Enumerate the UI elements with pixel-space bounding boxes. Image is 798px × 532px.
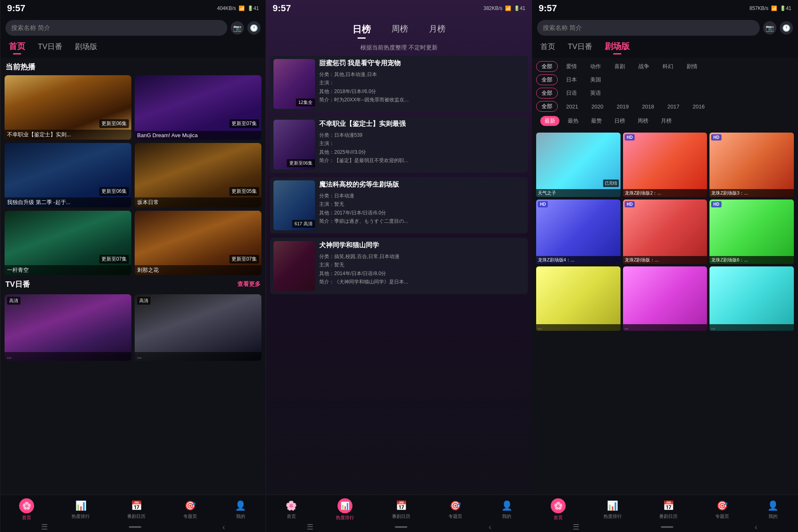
filter-2020[interactable]: 2020 — [586, 102, 608, 111]
anime-card-1[interactable]: 更新至06集 不幸职业【鉴定士】实则... — [5, 75, 131, 140]
filter-all-genre[interactable]: 全部 — [536, 61, 558, 72]
home-icon-2: 🌸 — [285, 500, 298, 512]
filter-comedy[interactable]: 喜剧 — [609, 62, 630, 71]
rank-tab-weekly[interactable]: 周榜 — [392, 23, 408, 37]
tab-theater-1[interactable]: 剧场版 — [75, 42, 97, 53]
filter-2019[interactable]: 2019 — [612, 102, 634, 111]
theater-card-9[interactable]: ... — [709, 266, 794, 331]
theater-card-1[interactable]: 已完结 天气之子 — [536, 133, 621, 197]
nav-home-2[interactable]: 🌸 首页 — [285, 500, 298, 520]
nav-forward-3[interactable]: ‹ — [755, 523, 757, 532]
nav-back-2[interactable]: ☰ — [307, 522, 313, 532]
nav-home-3[interactable]: 🌸 首页 — [551, 498, 566, 521]
nav-back-1[interactable]: ☰ — [41, 522, 48, 532]
filter-drama[interactable]: 剧情 — [682, 62, 702, 71]
status-time-2: 9:57 — [273, 3, 291, 14]
theater-card-6[interactable]: HD 龙珠Z剧场版6：... — [709, 200, 794, 264]
filter-all-year[interactable]: 全部 — [536, 101, 558, 112]
nav-calendar-2[interactable]: 📅 番剧日历 — [392, 500, 410, 520]
anime-card-4[interactable]: 更新至05集 坂本日常 — [135, 143, 261, 207]
theater-card-4[interactable]: HD 龙珠Z剧场版4：... — [536, 200, 621, 264]
filter-action[interactable]: 动作 — [585, 62, 606, 71]
bottom-line-3: ☰ ‹ — [532, 524, 798, 532]
filter-all-lang[interactable]: 全部 — [536, 88, 558, 99]
anime-card-label-6: 更新至07集 — [229, 255, 259, 264]
rank-item-1[interactable]: 12集全 甜蜜惩罚 我是看守专用宠物 分类：其他,日本动漫,日本 主演： 其他：… — [270, 56, 528, 112]
filter-war[interactable]: 战争 — [633, 62, 654, 71]
filter-2021[interactable]: 2021 — [561, 102, 583, 111]
bottom-line-2: ☰ ‹ — [266, 524, 532, 532]
camera-icon-1[interactable]: 📷 — [231, 21, 244, 34]
search-placeholder-1: 搜索名称 简介 — [11, 24, 50, 32]
tv-card-2[interactable]: 高清 ... — [135, 294, 261, 361]
sort-daily[interactable]: 日榜 — [610, 116, 629, 126]
filter-2017[interactable]: 2017 — [663, 102, 685, 111]
nav-topic-1[interactable]: 🎯 专题页 — [183, 500, 197, 520]
anime-card-6[interactable]: 更新至07集 剎那之花 — [135, 211, 261, 275]
rank-tab-monthly[interactable]: 月榜 — [429, 23, 446, 37]
rank-item-2[interactable]: 更新至06集 不幸职业【鉴定士】实则最强 分类：日本动漫539 主演： 其他：2… — [270, 116, 528, 173]
tv-row: 高清 ... 高清 ... — [5, 294, 261, 361]
theater-card-7[interactable]: ... — [536, 266, 621, 331]
tab-home-1[interactable]: 首页 — [9, 41, 25, 54]
search-input-wrap-3[interactable]: 搜索名称 简介 — [537, 20, 760, 36]
filter-2016[interactable]: 2016 — [688, 102, 710, 111]
nav-home-1[interactable]: 🌸 首页 — [19, 498, 34, 521]
nav-back-3[interactable]: ☰ — [573, 522, 579, 532]
see-more-tv[interactable]: 查看更多 — [237, 281, 261, 288]
tab-tv-3[interactable]: TV日番 — [568, 42, 592, 53]
nav-calendar-1[interactable]: 📅 番剧日历 — [127, 500, 145, 520]
theater-card-5[interactable]: HD 龙珠Z剧场版：... — [623, 200, 707, 264]
nav-forward-1[interactable]: ‹ — [222, 523, 225, 532]
filter-2018[interactable]: 2018 — [637, 102, 659, 111]
section-title-hot: 当前热播 — [0, 58, 266, 75]
theater-card-3[interactable]: HD 龙珠Z剧场版3：... — [709, 133, 794, 197]
nav-forward-2[interactable]: ‹ — [489, 523, 491, 532]
sort-hottest[interactable]: 最热 — [564, 116, 583, 126]
filter-scifi[interactable]: 科幻 — [658, 62, 678, 71]
rank-badge-3: 617 高清 — [292, 220, 315, 228]
sort-newest[interactable]: 最新 — [540, 116, 559, 126]
tv-badge-1: 高清 — [7, 297, 20, 305]
history-icon-3[interactable]: 🕐 — [780, 21, 793, 34]
tab-theater-3[interactable]: 剧场版 — [605, 41, 630, 54]
nav-ranking-1[interactable]: 📊 热度排行 — [71, 500, 90, 520]
tv-section: 高清 ... 高清 ... — [0, 293, 266, 362]
filter-japanese[interactable]: 日语 — [561, 88, 582, 98]
nav-home-label-2: 首页 — [287, 513, 296, 520]
nav-ranking-3[interactable]: 📊 热度排行 — [603, 500, 622, 520]
theater-card-2[interactable]: HD 龙珠Z剧场版2：... — [623, 133, 707, 197]
filter-usa[interactable]: 美国 — [585, 75, 606, 85]
anime-card-label-5: 更新至07集 — [99, 255, 129, 264]
filter-all-region[interactable]: 全部 — [536, 74, 558, 85]
camera-icon-3[interactable]: 📷 — [763, 21, 776, 34]
nav-mine-1[interactable]: 👤 我的 — [234, 500, 247, 520]
nav-mine-3[interactable]: 👤 我的 — [767, 500, 779, 520]
tab-tv-1[interactable]: TV日番 — [38, 42, 62, 53]
history-icon-1[interactable]: 🕐 — [247, 21, 261, 34]
nav-ranking-label-3: 热度排行 — [603, 513, 622, 520]
sort-weekly[interactable]: 周榜 — [633, 116, 653, 126]
nav-ranking-2[interactable]: 📊 热度排行 — [336, 498, 354, 521]
rank-tab-daily[interactable]: 日榜 — [352, 23, 371, 37]
anime-card-5[interactable]: 更新至07集 一杆青空 — [5, 211, 131, 275]
tab-home-3[interactable]: 首页 — [540, 42, 555, 53]
sort-monthly[interactable]: 月榜 — [657, 116, 676, 126]
wifi-icon-2: 📶 — [505, 5, 511, 11]
anime-card-2[interactable]: 更新至07集 BanG Dream! Ave Mujica — [135, 75, 261, 140]
search-input-wrap-1[interactable]: 搜索名称 简介 — [5, 20, 227, 36]
nav-calendar-3[interactable]: 📅 番剧日历 — [659, 500, 677, 520]
rank-item-4[interactable]: 犬神同学和猫山同学 分类：搞笑,校园,百合,日常,日本动漫 主演：暂无 其他：2… — [270, 238, 528, 294]
mine-icon-3: 👤 — [767, 500, 779, 512]
filter-japan[interactable]: 日本 — [561, 75, 582, 85]
nav-mine-2[interactable]: 👤 我的 — [500, 500, 513, 520]
nav-topic-2[interactable]: 🎯 专题页 — [448, 500, 462, 520]
rank-item-3[interactable]: 617 高清 魔法科高校的劣等生剧场版 分类：日本动漫 主演：暂无 其他：201… — [270, 177, 528, 234]
filter-english[interactable]: 英语 — [585, 88, 606, 98]
tv-card-1[interactable]: 高清 ... — [5, 294, 131, 361]
nav-topic-3[interactable]: 🎯 专题页 — [715, 500, 729, 520]
anime-card-3[interactable]: 更新至06集 我独自升级 第二季 -起于... — [5, 143, 131, 207]
filter-love[interactable]: 爱情 — [561, 62, 582, 71]
sort-best[interactable]: 最赞 — [587, 116, 606, 126]
theater-card-8[interactable]: ... — [623, 266, 707, 331]
